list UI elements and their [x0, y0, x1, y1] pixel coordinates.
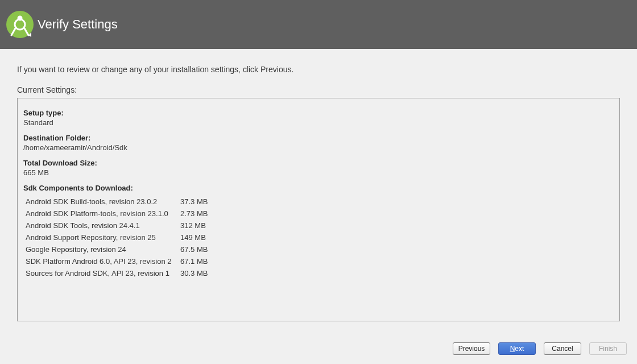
page-title: Verify Settings: [38, 17, 118, 32]
previous-button[interactable]: Previous: [453, 342, 490, 355]
component-name: Android Support Repository, revision 25: [26, 231, 180, 243]
finish-button: Finish: [589, 342, 627, 355]
component-row: Android SDK Build-tools, revision 23.0.2…: [26, 196, 208, 208]
component-size: 2.73 MB: [180, 208, 208, 220]
settings-panel: Setup type: Standard Destination Folder:…: [17, 98, 620, 321]
svg-point-2: [18, 16, 23, 21]
component-row: SDK Platform Android 6.0, API 23, revisi…: [26, 255, 208, 267]
component-name: Google Repository, revision 24: [26, 243, 180, 255]
component-row: Sources for Android SDK, API 23, revisio…: [26, 267, 208, 279]
component-name: Android SDK Platform-tools, revision 23.…: [26, 208, 180, 220]
svg-point-0: [6, 11, 34, 38]
component-name: Android SDK Tools, revision 24.4.1: [26, 220, 180, 231]
component-size: 67.1 MB: [180, 255, 208, 267]
instructions-text: If you want to review or change any of y…: [17, 65, 620, 74]
total-download-size-label: Total Download Size:: [23, 159, 614, 167]
component-size: 312 MB: [180, 220, 208, 231]
setup-type-label: Setup type:: [23, 109, 614, 117]
component-name: Sources for Android SDK, API 23, revisio…: [26, 267, 180, 279]
button-bar: Previous Next Cancel Finish: [453, 342, 627, 355]
header-bar: Verify Settings: [0, 0, 637, 49]
component-name: Android SDK Build-tools, revision 23.0.2: [26, 196, 180, 208]
total-download-size-value: 665 MB: [23, 168, 614, 177]
component-size: 37.3 MB: [180, 196, 208, 208]
component-row: Android Support Repository, revision 251…: [26, 231, 208, 243]
destination-folder-value: /home/xameeramir/Android/Sdk: [23, 143, 614, 152]
cancel-button[interactable]: Cancel: [544, 342, 581, 355]
component-size: 67.5 MB: [180, 243, 208, 255]
component-name: SDK Platform Android 6.0, API 23, revisi…: [26, 255, 180, 267]
component-row: Google Repository, revision 2467.5 MB: [26, 243, 208, 255]
next-button[interactable]: Next: [498, 342, 536, 355]
current-settings-label: Current Settings:: [17, 85, 620, 94]
setup-type-value: Standard: [23, 118, 614, 127]
component-row: Android SDK Platform-tools, revision 23.…: [26, 208, 208, 220]
component-size: 149 MB: [180, 231, 208, 243]
components-table: Android SDK Build-tools, revision 23.0.2…: [26, 196, 208, 279]
content-area: If you want to review or change any of y…: [0, 49, 637, 364]
destination-folder-label: Destination Folder:: [23, 134, 614, 142]
component-row: Android SDK Tools, revision 24.4.1312 MB: [26, 220, 208, 231]
component-size: 30.3 MB: [180, 267, 208, 279]
android-studio-logo-icon: [6, 10, 34, 39]
sdk-components-label: Sdk Components to Download:: [23, 184, 614, 192]
